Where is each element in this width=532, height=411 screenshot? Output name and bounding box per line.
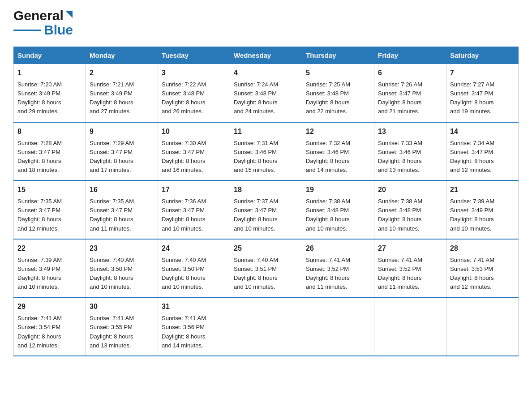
day-cell: 30Sunrise: 7:41 AMSunset: 3:55 PMDayligh… [86,297,158,356]
day-info: Sunrise: 7:40 AMSunset: 3:50 PMDaylight:… [162,256,226,292]
day-cell: 29Sunrise: 7:41 AMSunset: 3:54 PMDayligh… [14,297,86,356]
day-cell: 21Sunrise: 7:39 AMSunset: 3:49 PMDayligh… [446,180,519,239]
day-cell: 16Sunrise: 7:35 AMSunset: 3:47 PMDayligh… [86,180,158,239]
day-info: Sunrise: 7:41 AMSunset: 3:52 PMDaylight:… [378,256,442,292]
day-number: 12 [306,126,370,137]
day-cell: 17Sunrise: 7:36 AMSunset: 3:47 PMDayligh… [158,180,230,239]
page-header: General Blue [13,9,519,38]
day-info: Sunrise: 7:32 AMSunset: 3:46 PMDaylight:… [306,139,370,175]
header-cell-tuesday: Tuesday [158,47,230,64]
day-number: 27 [378,243,442,254]
day-number: 14 [450,126,515,137]
day-info: Sunrise: 7:39 AMSunset: 3:49 PMDaylight:… [450,197,515,233]
week-row-3: 15Sunrise: 7:35 AMSunset: 3:47 PMDayligh… [14,180,519,239]
day-cell: 24Sunrise: 7:40 AMSunset: 3:50 PMDayligh… [158,239,230,298]
day-number: 25 [234,243,298,254]
day-info: Sunrise: 7:41 AMSunset: 3:56 PMDaylight:… [162,314,226,350]
day-info: Sunrise: 7:41 AMSunset: 3:53 PMDaylight:… [450,256,515,292]
day-info: Sunrise: 7:31 AMSunset: 3:46 PMDaylight:… [234,139,298,175]
day-number: 26 [306,243,370,254]
day-cell: 8Sunrise: 7:28 AMSunset: 3:47 PMDaylight… [14,122,86,181]
day-info: Sunrise: 7:27 AMSunset: 3:47 PMDaylight:… [450,80,515,116]
day-number: 13 [378,126,442,137]
day-number: 17 [162,184,226,195]
day-info: Sunrise: 7:22 AMSunset: 3:48 PMDaylight:… [162,80,226,116]
calendar-body: 1Sunrise: 7:20 AMSunset: 3:49 PMDaylight… [14,64,519,356]
day-number: 7 [450,68,515,78]
svg-marker-0 [65,11,73,18]
day-cell [446,297,519,356]
day-cell [374,297,446,356]
day-number: 10 [162,126,226,137]
day-info: Sunrise: 7:35 AMSunset: 3:47 PMDaylight:… [17,197,82,233]
logo-flag-icon [64,10,73,21]
day-cell: 3Sunrise: 7:22 AMSunset: 3:48 PMDaylight… [158,64,230,122]
day-cell: 7Sunrise: 7:27 AMSunset: 3:47 PMDaylight… [446,64,519,122]
day-cell: 31Sunrise: 7:41 AMSunset: 3:56 PMDayligh… [158,297,230,356]
day-cell: 2Sunrise: 7:21 AMSunset: 3:49 PMDaylight… [86,64,158,122]
day-info: Sunrise: 7:41 AMSunset: 3:55 PMDaylight:… [90,314,154,350]
day-info: Sunrise: 7:29 AMSunset: 3:47 PMDaylight:… [90,139,154,175]
logo-blue-text: Blue [44,22,73,38]
day-cell: 11Sunrise: 7:31 AMSunset: 3:46 PMDayligh… [230,122,302,181]
day-info: Sunrise: 7:26 AMSunset: 3:47 PMDaylight:… [378,80,442,116]
day-cell: 19Sunrise: 7:38 AMSunset: 3:48 PMDayligh… [302,180,374,239]
header-cell-saturday: Saturday [446,47,519,64]
week-row-1: 1Sunrise: 7:20 AMSunset: 3:49 PMDaylight… [14,64,519,122]
day-info: Sunrise: 7:28 AMSunset: 3:47 PMDaylight:… [17,139,82,175]
week-row-5: 29Sunrise: 7:41 AMSunset: 3:54 PMDayligh… [14,297,519,356]
calendar-table: SundayMondayTuesdayWednesdayThursdayFrid… [13,47,519,356]
day-info: Sunrise: 7:36 AMSunset: 3:47 PMDaylight:… [162,197,226,233]
day-number: 9 [90,126,154,137]
day-cell: 28Sunrise: 7:41 AMSunset: 3:53 PMDayligh… [446,239,519,298]
day-info: Sunrise: 7:41 AMSunset: 3:52 PMDaylight:… [306,256,370,292]
week-row-2: 8Sunrise: 7:28 AMSunset: 3:47 PMDaylight… [14,122,519,181]
header-row: SundayMondayTuesdayWednesdayThursdayFrid… [14,47,519,64]
day-info: Sunrise: 7:38 AMSunset: 3:48 PMDaylight:… [306,197,370,233]
calendar-header: SundayMondayTuesdayWednesdayThursdayFrid… [14,47,519,64]
day-cell: 1Sunrise: 7:20 AMSunset: 3:49 PMDaylight… [14,64,86,122]
day-cell: 26Sunrise: 7:41 AMSunset: 3:52 PMDayligh… [302,239,374,298]
day-number: 31 [162,301,226,312]
day-number: 28 [450,243,515,254]
day-number: 24 [162,243,226,254]
day-info: Sunrise: 7:41 AMSunset: 3:54 PMDaylight:… [17,314,82,350]
day-info: Sunrise: 7:37 AMSunset: 3:47 PMDaylight:… [234,197,298,233]
day-cell: 20Sunrise: 7:38 AMSunset: 3:48 PMDayligh… [374,180,446,239]
day-info: Sunrise: 7:30 AMSunset: 3:47 PMDaylight:… [162,139,226,175]
day-cell: 9Sunrise: 7:29 AMSunset: 3:47 PMDaylight… [86,122,158,181]
day-cell: 18Sunrise: 7:37 AMSunset: 3:47 PMDayligh… [230,180,302,239]
day-number: 23 [90,243,154,254]
header-cell-monday: Monday [86,47,158,64]
day-info: Sunrise: 7:20 AMSunset: 3:49 PMDaylight:… [17,80,82,116]
day-info: Sunrise: 7:38 AMSunset: 3:48 PMDaylight:… [378,197,442,233]
day-cell [230,297,302,356]
day-cell: 10Sunrise: 7:30 AMSunset: 3:47 PMDayligh… [158,122,230,181]
day-cell: 25Sunrise: 7:40 AMSunset: 3:51 PMDayligh… [230,239,302,298]
day-cell: 22Sunrise: 7:39 AMSunset: 3:49 PMDayligh… [14,239,86,298]
day-number: 21 [450,184,515,195]
day-number: 4 [234,68,298,78]
day-cell: 15Sunrise: 7:35 AMSunset: 3:47 PMDayligh… [14,180,86,239]
day-info: Sunrise: 7:40 AMSunset: 3:51 PMDaylight:… [234,256,298,292]
day-cell: 14Sunrise: 7:34 AMSunset: 3:47 PMDayligh… [446,122,519,181]
day-number: 8 [17,126,82,137]
day-number: 19 [306,184,370,195]
day-info: Sunrise: 7:25 AMSunset: 3:48 PMDaylight:… [306,80,370,116]
day-cell: 27Sunrise: 7:41 AMSunset: 3:52 PMDayligh… [374,239,446,298]
day-number: 6 [378,68,442,78]
week-row-4: 22Sunrise: 7:39 AMSunset: 3:49 PMDayligh… [14,239,519,298]
day-info: Sunrise: 7:24 AMSunset: 3:48 PMDaylight:… [234,80,298,116]
day-number: 11 [234,126,298,137]
day-cell: 5Sunrise: 7:25 AMSunset: 3:48 PMDaylight… [302,64,374,122]
day-number: 3 [162,68,226,78]
day-info: Sunrise: 7:35 AMSunset: 3:47 PMDaylight:… [90,197,154,233]
logo-general-text: General [13,9,64,22]
day-number: 29 [17,301,82,312]
day-number: 30 [90,301,154,312]
day-info: Sunrise: 7:21 AMSunset: 3:49 PMDaylight:… [90,80,154,116]
day-number: 20 [378,184,442,195]
day-info: Sunrise: 7:40 AMSunset: 3:50 PMDaylight:… [90,256,154,292]
day-info: Sunrise: 7:34 AMSunset: 3:47 PMDaylight:… [450,139,515,175]
day-number: 15 [17,184,82,195]
